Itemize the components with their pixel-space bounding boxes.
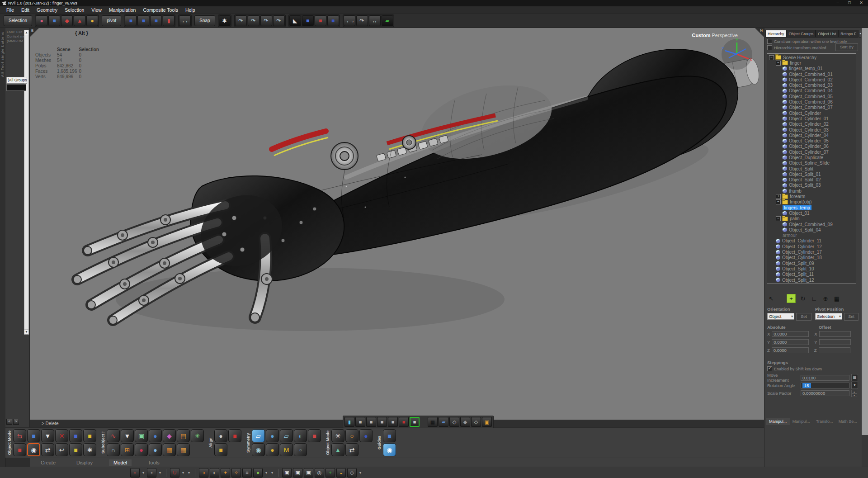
tree-item-object-combined-01[interactable]: Object_Combined_01 (767, 71, 856, 77)
select-curve-points-icon[interactable]: ● (86, 15, 98, 26)
curve-project-icon[interactable]: ↷ (260, 15, 272, 26)
snap-button[interactable]: Snap (194, 15, 215, 26)
subsel-border-icon[interactable]: ■ (388, 417, 398, 427)
ball-pattern-icon[interactable]: ● (135, 443, 148, 456)
tree-item-object-split[interactable]: Object_Split (767, 166, 856, 171)
grid-detail-icon[interactable]: ⊞ (121, 443, 134, 456)
expander-icon[interactable]: + (776, 194, 781, 199)
pose-axis-icon[interactable]: ▮ (163, 15, 175, 26)
right-edge-scrollbar[interactable] (862, 28, 868, 435)
arc-align-icon[interactable]: ↷ (356, 15, 368, 26)
frame-corner-icon[interactable]: ▣ (304, 468, 313, 478)
swap-dir-icon[interactable]: ⇄ (345, 443, 359, 456)
menu-help[interactable]: Help (182, 7, 199, 13)
tree-item-armour[interactable]: armour (767, 233, 856, 238)
page-next-button[interactable]: > (13, 419, 19, 425)
rotation-dropdown-button[interactable]: ▾ (851, 382, 858, 389)
extract-down-icon[interactable]: ▼ (121, 429, 134, 442)
tree-item-thumb[interactable]: thumb (767, 188, 856, 194)
tree-item-object-combined-09[interactable]: Object_Combined_09 (767, 222, 856, 227)
shade-gray-icon[interactable]: ◐ (210, 468, 219, 478)
curve-draw-icon[interactable]: ↷ (235, 15, 247, 26)
grid-display-icon[interactable]: ▦ (428, 417, 438, 427)
scroll-down-icon[interactable]: ▼ (24, 329, 28, 334)
shift-checkbox-row[interactable]: ✓ Enabled by Shift key down (767, 366, 822, 371)
box-blue-icon[interactable]: ■ (327, 15, 339, 26)
manip-tab-1[interactable]: Manipul... (790, 418, 813, 425)
tree-item-fingers-temp-01[interactable]: fingers_temp_01 (767, 66, 856, 71)
pivot-dropdown[interactable]: Selection (815, 313, 842, 320)
cursor-tool-icon[interactable]: ↖ (767, 294, 775, 303)
manip-tab-2[interactable]: Transfo... (813, 418, 836, 425)
measure-align-icon[interactable]: ● (214, 429, 227, 442)
pivot-button[interactable]: pivot (102, 15, 121, 26)
magnet-icon[interactable]: U (170, 468, 179, 478)
selection-button[interactable]: Selection (4, 15, 32, 26)
grab-hand-icon[interactable]: ✦ (221, 468, 230, 478)
tree-item-object-combined-03[interactable]: Object_Combined_03 (767, 82, 856, 88)
scale-spinner[interactable]: ▴▾ (851, 390, 857, 397)
mirror-cubes-icon[interactable]: ■ (308, 429, 321, 442)
object-settings-icon[interactable]: ✱ (83, 443, 96, 456)
close-button[interactable]: ✕ (855, 0, 867, 6)
tree-item-object-cylinder-04[interactable]: Object_Cylinder_04 (767, 133, 856, 138)
subsel-face-icon[interactable]: ■ (377, 417, 387, 427)
offset-z-input[interactable] (819, 347, 850, 353)
arc-angle-icon[interactable]: ∩ (107, 443, 120, 456)
ortho-thumb-icon[interactable]: ▣ (482, 417, 492, 427)
robotic-arm-model[interactable] (30, 28, 764, 420)
mirror-pair-icon[interactable]: ◐ (294, 429, 307, 442)
menu-geometry[interactable]: Geometry (33, 7, 61, 13)
spread-icon[interactable]: ↔ (369, 15, 381, 26)
tree-item-object-cylinder-06[interactable]: Object_Cylinder_06 (767, 144, 856, 149)
manip-tab-0[interactable]: Manipul... (766, 418, 790, 425)
dropdown-caret-icon[interactable]: ▾ (141, 469, 146, 477)
menu-file[interactable]: File (3, 7, 18, 13)
cube-drag-icon[interactable]: ■ (27, 429, 40, 442)
visibility-eye-icon[interactable]: ◉ (27, 443, 40, 456)
scale-tool-icon[interactable]: ∟ (810, 294, 818, 303)
soft-blob-icon[interactable]: ● (253, 468, 263, 478)
tree-item-object-cylinder-01[interactable]: Object_Cylinder_01 (767, 116, 856, 121)
rotate-chain-icon[interactable]: ◆ (163, 429, 176, 442)
orientation-dropdown[interactable]: Object (767, 313, 794, 320)
viewport-3d[interactable]: B N { Alt } Scene Selection Objects540Me… (30, 28, 764, 420)
tree-item-object-split-03[interactable]: Object_Split_03 (767, 183, 856, 188)
rotation-angle-input[interactable]: 15 (802, 383, 811, 388)
tree-item-object-split-10[interactable]: Object_Split_10 (767, 266, 856, 271)
tab-object-groups[interactable]: Object Groups (786, 30, 816, 38)
curve-edit-icon[interactable]: ↷ (248, 15, 259, 26)
ngon-wire-icon[interactable]: ◇ (449, 417, 459, 427)
groups-dropdown[interactable]: (All Groups) (6, 77, 27, 84)
beach-ball-icon[interactable]: ● (359, 429, 373, 442)
shade-half-icon[interactable]: ◑ (199, 468, 208, 478)
dropdown-caret-icon[interactable]: ▾ (264, 469, 269, 477)
menu-selection[interactable]: Selection (61, 7, 88, 13)
manip-tab-3[interactable]: Math Se... (836, 418, 860, 425)
box-red-icon[interactable]: ■ (315, 15, 326, 26)
tab-hierarchy[interactable]: Hierarchy (765, 30, 786, 38)
flat-diamond-icon[interactable]: ◇ (347, 468, 357, 478)
tree-item-palm[interactable]: −palm (767, 216, 856, 222)
move-axis-icon[interactable]: ■ (125, 15, 137, 26)
expander-icon[interactable]: − (776, 216, 781, 221)
tree-item-object-split-09[interactable]: Object_Split_09 (767, 260, 856, 266)
tab-retopo-f[interactable]: Retopo F (838, 30, 859, 38)
tree-item-object-combined-05[interactable]: Object_Combined_05 (767, 94, 856, 99)
collapse-verts-icon[interactable]: →← (179, 15, 191, 26)
select-face-planes-icon[interactable]: ◆ (61, 15, 73, 26)
tab-scroll-left-icon[interactable]: ◂ (859, 30, 861, 38)
delete-object-icon[interactable]: ✕ (55, 429, 68, 442)
pivot-tool-icon[interactable]: ⊕ (821, 294, 830, 303)
shift-checkbox[interactable]: ✓ (767, 366, 772, 371)
absolute-x-input[interactable]: 0.0000 (772, 331, 809, 337)
offset-y-input[interactable] (819, 339, 851, 345)
move-tool-icon[interactable]: + (787, 294, 796, 303)
grid-fill-icon[interactable]: ▦ (177, 443, 190, 456)
select-object-icon[interactable]: ■ (48, 15, 60, 26)
bottom-tab-model[interactable]: Model (109, 459, 132, 466)
menu-manipulation[interactable]: Manipulation (105, 7, 140, 13)
page-prev-button[interactable]: < (6, 419, 12, 425)
drop-to-floor-icon[interactable]: ▼ (41, 429, 54, 442)
tree-item-fingers-temp[interactable]: fingers_temp (767, 205, 856, 210)
